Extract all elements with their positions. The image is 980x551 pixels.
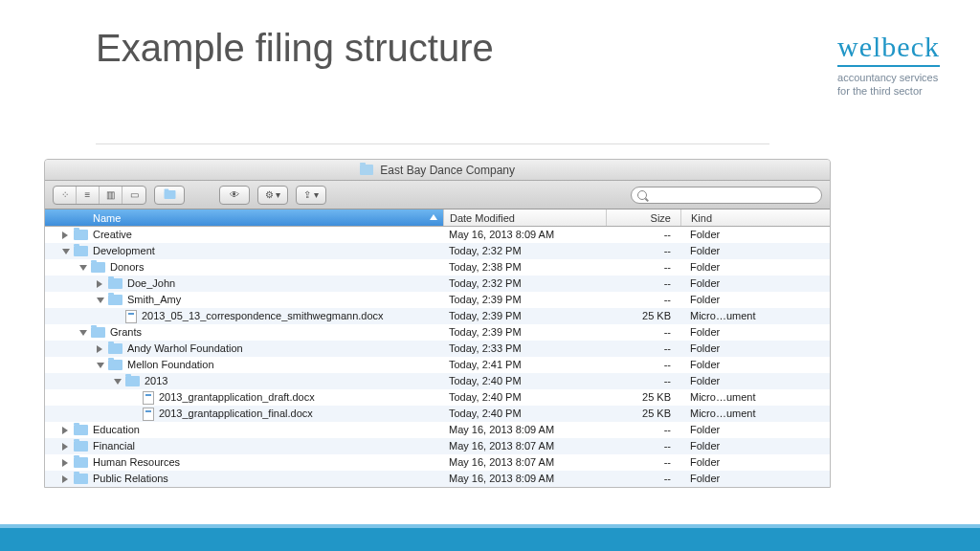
table-row[interactable]: CreativeMay 16, 2013 8:09 AM--Folder bbox=[45, 227, 830, 243]
file-name: Human Resources bbox=[93, 454, 180, 471]
slide-title: Example filing structure bbox=[96, 27, 494, 70]
file-kind: Folder bbox=[680, 243, 830, 259]
search-input[interactable] bbox=[631, 187, 822, 204]
folder-icon bbox=[108, 295, 122, 305]
disclosure-triangle-icon[interactable] bbox=[62, 231, 72, 240]
list-view-button[interactable]: ≡ bbox=[77, 187, 100, 204]
column-header-date[interactable]: Date Modified bbox=[443, 209, 606, 226]
brand-logo: welbeck accountancy services for the thi… bbox=[837, 31, 940, 99]
file-name: 2013 bbox=[145, 373, 167, 389]
table-row[interactable]: Human ResourcesMay 16, 2013 8:07 AM--Fol… bbox=[45, 454, 830, 471]
table-row[interactable]: DevelopmentToday, 2:32 PM--Folder bbox=[45, 243, 830, 259]
file-kind: Micro…ument bbox=[680, 406, 830, 422]
disclosure-triangle-icon[interactable] bbox=[114, 377, 123, 386]
file-date: May 16, 2013 8:07 AM bbox=[443, 454, 606, 471]
folder-icon bbox=[91, 327, 105, 338]
disclosure-triangle-icon[interactable] bbox=[62, 247, 72, 256]
brand-tagline: accountancy services for the third secto… bbox=[837, 71, 940, 99]
file-size: -- bbox=[606, 324, 680, 341]
file-size: -- bbox=[606, 422, 680, 438]
table-row[interactable]: 2013Today, 2:40 PM--Folder bbox=[45, 373, 830, 389]
table-row[interactable]: 2013_grantapplication_draft.docxToday, 2… bbox=[45, 389, 830, 406]
table-row[interactable]: Andy Warhol FoundationToday, 2:33 PM--Fo… bbox=[45, 341, 830, 357]
file-name: Andy Warhol Foundation bbox=[127, 341, 243, 357]
file-date: May 16, 2013 8:07 AM bbox=[443, 438, 606, 454]
table-row[interactable]: 2013_05_13_correspondence_smithwegmann.d… bbox=[45, 308, 830, 324]
file-name: Doe_John bbox=[127, 276, 175, 292]
folder-icon bbox=[74, 230, 88, 240]
window-titlebar[interactable]: East Bay Dance Company bbox=[45, 160, 830, 181]
file-kind: Folder bbox=[680, 357, 830, 373]
column-header-kind[interactable]: Kind bbox=[680, 209, 830, 226]
file-kind: Micro…ument bbox=[680, 389, 830, 406]
disclosure-triangle-icon[interactable] bbox=[62, 474, 72, 484]
disclosure-triangle-icon[interactable] bbox=[97, 344, 106, 354]
folder-icon bbox=[74, 425, 88, 435]
brand-name: welbeck bbox=[837, 31, 940, 67]
disclosure-triangle-icon[interactable] bbox=[97, 279, 106, 289]
file-kind: Folder bbox=[680, 324, 830, 341]
file-kind: Folder bbox=[680, 471, 830, 487]
table-row[interactable]: Mellon FoundationToday, 2:41 PM--Folder bbox=[45, 357, 830, 373]
file-date: Today, 2:32 PM bbox=[443, 243, 606, 259]
folder-icon bbox=[108, 360, 122, 370]
coverflow-view-button[interactable]: ▭ bbox=[122, 187, 145, 204]
file-size: -- bbox=[606, 243, 680, 259]
column-header-name[interactable]: Name bbox=[45, 209, 443, 226]
file-size: -- bbox=[606, 357, 680, 373]
file-date: May 16, 2013 8:09 AM bbox=[443, 227, 606, 243]
view-mode-buttons[interactable]: ⁘ ≡ ▥ ▭ bbox=[53, 186, 146, 205]
icon-view-button[interactable]: ⁘ bbox=[54, 187, 77, 204]
disclosure-triangle-icon[interactable] bbox=[97, 361, 106, 370]
disclosure-triangle-icon[interactable] bbox=[62, 442, 72, 452]
file-size: 25 KB bbox=[606, 389, 680, 406]
file-size: -- bbox=[606, 276, 680, 292]
folder-icon bbox=[91, 262, 105, 273]
table-row[interactable]: 2013_grantapplication_final.docxToday, 2… bbox=[45, 406, 830, 422]
file-name: Mellon Foundation bbox=[127, 357, 214, 373]
folder-icon bbox=[108, 278, 122, 289]
column-header-size[interactable]: Size bbox=[606, 209, 680, 226]
table-row[interactable]: EducationMay 16, 2013 8:09 AM--Folder bbox=[45, 422, 830, 438]
file-date: Today, 2:39 PM bbox=[443, 308, 606, 324]
column-view-button[interactable]: ▥ bbox=[100, 187, 122, 204]
disclosure-triangle-icon[interactable] bbox=[97, 296, 106, 305]
disclosure-triangle-icon[interactable] bbox=[62, 426, 72, 435]
file-size: 25 KB bbox=[606, 308, 680, 324]
file-date: Today, 2:41 PM bbox=[443, 357, 606, 373]
file-size: -- bbox=[606, 454, 680, 471]
file-name: Grants bbox=[110, 324, 142, 341]
action-menu-button[interactable]: ⚙ ▾ bbox=[257, 186, 288, 205]
document-icon bbox=[143, 408, 154, 421]
folder-icon bbox=[108, 343, 122, 354]
spacer bbox=[131, 393, 141, 403]
file-size: -- bbox=[606, 259, 680, 276]
file-size: -- bbox=[606, 438, 680, 454]
table-row[interactable]: DonorsToday, 2:38 PM--Folder bbox=[45, 259, 830, 276]
file-size: -- bbox=[606, 471, 680, 487]
brand-tagline-line2: for the third sector bbox=[837, 84, 940, 98]
table-row[interactable]: Doe_JohnToday, 2:32 PM--Folder bbox=[45, 276, 830, 292]
table-row[interactable]: Public RelationsMay 16, 2013 8:09 AM--Fo… bbox=[45, 471, 830, 487]
table-row[interactable]: FinancialMay 16, 2013 8:07 AM--Folder bbox=[45, 438, 830, 454]
arrange-button[interactable] bbox=[154, 186, 185, 205]
horizontal-divider bbox=[96, 143, 769, 144]
folder-icon bbox=[74, 474, 88, 484]
disclosure-triangle-icon[interactable] bbox=[62, 458, 72, 468]
quicklook-button[interactable]: 👁 bbox=[219, 186, 250, 205]
dropbox-icon: ⇪ ▾ bbox=[297, 187, 325, 204]
file-name: 2013_grantapplication_draft.docx bbox=[159, 389, 315, 406]
folder-icon bbox=[74, 457, 88, 468]
table-row[interactable]: GrantsToday, 2:39 PM--Folder bbox=[45, 324, 830, 341]
share-menu-button[interactable]: ⇪ ▾ bbox=[296, 186, 326, 205]
file-name: Donors bbox=[110, 259, 144, 276]
file-date: Today, 2:39 PM bbox=[443, 324, 606, 341]
disclosure-triangle-icon[interactable] bbox=[79, 328, 89, 338]
disclosure-triangle-icon[interactable] bbox=[79, 263, 89, 273]
file-size: -- bbox=[606, 227, 680, 243]
spacer bbox=[114, 312, 123, 321]
file-size: -- bbox=[606, 292, 680, 308]
table-row[interactable]: Smith_AmyToday, 2:39 PM--Folder bbox=[45, 292, 830, 308]
file-size: -- bbox=[606, 341, 680, 357]
column-name-label: Name bbox=[93, 212, 121, 224]
